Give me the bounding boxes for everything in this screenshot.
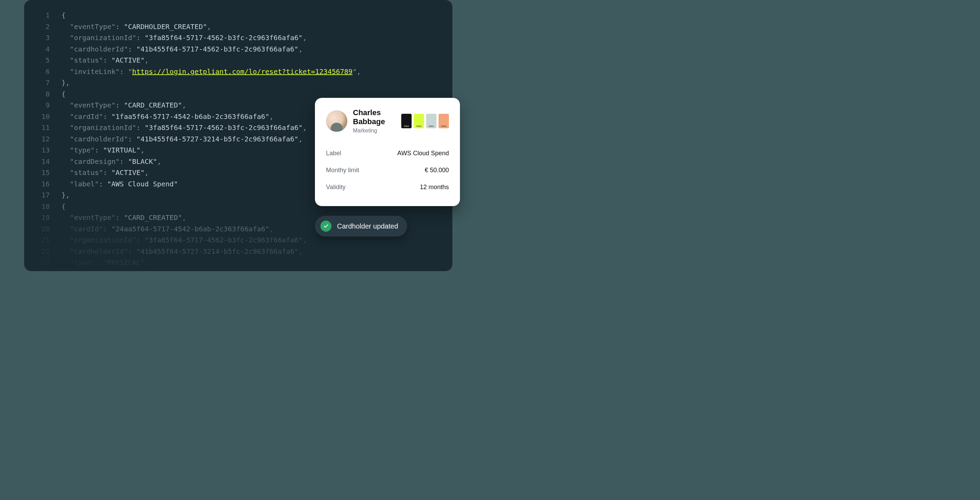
line-number: 7 bbox=[36, 77, 50, 88]
card-detail-row: Validity12 months bbox=[326, 179, 449, 196]
code-content: "eventType": "CARD_CREATED", bbox=[62, 212, 186, 224]
line-number: 22 bbox=[36, 246, 50, 257]
code-line: 2 "eventType": "CARDHOLDER_CREATED", bbox=[36, 21, 441, 32]
code-content: "label": "AWS Cloud Spend" bbox=[62, 179, 178, 190]
code-content: "cardId": "24aa5f64-5717-4542-b6ab-2c363… bbox=[62, 224, 274, 235]
code-line: 6 "inviteLink": "https://login.getpliant… bbox=[36, 66, 441, 77]
card-detail-label: Monthy limit bbox=[326, 167, 359, 174]
code-line: 22 "cardholderId": "41b455f64-5727-3214-… bbox=[36, 246, 441, 257]
line-number: 19 bbox=[36, 212, 50, 224]
code-line: 7}, bbox=[36, 77, 441, 88]
card-design-lime[interactable]: VISA bbox=[414, 114, 424, 128]
line-number: 9 bbox=[36, 100, 50, 111]
code-content: { bbox=[62, 10, 65, 21]
cardholder-role: Marketing bbox=[353, 128, 396, 134]
line-number: 12 bbox=[36, 133, 50, 145]
card-detail-value: AWS Cloud Spend bbox=[398, 150, 449, 157]
line-number: 3 bbox=[36, 32, 50, 43]
cardholder-header: Charles Babbage Marketing VISA VISA VISA… bbox=[326, 108, 449, 134]
toast-text: Cardholder updated bbox=[337, 222, 398, 230]
line-number: 5 bbox=[36, 54, 50, 66]
code-line: 23 "type": "PHYSICAL", bbox=[36, 257, 441, 268]
code-content: "organizationId": "3fa85f64-5717-4562-b3… bbox=[62, 32, 307, 43]
line-number: 17 bbox=[36, 190, 50, 201]
line-number: 20 bbox=[36, 224, 50, 235]
card-detail-value: € 50.000 bbox=[425, 167, 449, 174]
code-content: "organizationId": "3fa85f64-5717-4562-b3… bbox=[62, 235, 307, 246]
card-design-peach[interactable]: VISA bbox=[439, 114, 449, 128]
card-detail-value: 12 months bbox=[420, 184, 449, 191]
code-content: "status": "ACTIVE", bbox=[62, 167, 149, 179]
code-content: "cardholderId": "41b455f64-5727-3214-b5f… bbox=[62, 133, 302, 145]
code-content: "cardholderId": "41b455f64-5717-4562-b3f… bbox=[62, 43, 302, 55]
code-content: { bbox=[62, 88, 65, 100]
code-content: }, bbox=[62, 190, 70, 201]
avatar bbox=[326, 110, 347, 132]
code-content: "eventType": "CARDHOLDER_CREATED", bbox=[62, 21, 212, 32]
line-number: 11 bbox=[36, 122, 50, 133]
code-content: "cardId": "1faa5f64-5717-4542-b6ab-2c363… bbox=[62, 111, 274, 122]
line-number: 23 bbox=[36, 257, 50, 268]
line-number: 18 bbox=[36, 201, 50, 212]
invite-link[interactable]: https://login.getpliant.com/lo/reset?tic… bbox=[132, 67, 353, 76]
line-number: 8 bbox=[36, 88, 50, 100]
code-content: "status": "ACTIVE", bbox=[62, 54, 149, 66]
code-content: "organizationId": "3fa85f64-5717-4562-b3… bbox=[62, 122, 307, 133]
card-detail-label: Label bbox=[326, 150, 341, 157]
toast: Cardholder updated bbox=[315, 216, 407, 236]
code-line: 5 "status": "ACTIVE", bbox=[36, 54, 441, 66]
card-detail-row: Monthy limit€ 50.000 bbox=[326, 162, 449, 179]
cardholder-details: LabelAWS Cloud SpendMonthy limit€ 50.000… bbox=[326, 145, 449, 196]
check-circle-icon bbox=[320, 220, 331, 232]
line-number: 14 bbox=[36, 156, 50, 167]
code-content: "cardDesign": "BLACK", bbox=[62, 156, 161, 167]
cardholder-name: Charles Babbage bbox=[353, 108, 396, 126]
line-number: 15 bbox=[36, 167, 50, 179]
line-number: 6 bbox=[36, 66, 50, 77]
code-content: { bbox=[62, 201, 65, 212]
cardholder-popup: Charles Babbage Marketing VISA VISA VISA… bbox=[315, 98, 460, 206]
line-number: 4 bbox=[36, 43, 50, 55]
code-content: "inviteLink": "https://login.getpliant.c… bbox=[62, 66, 361, 77]
code-content: "eventType": "CARD_CREATED", bbox=[62, 100, 186, 111]
code-content: }, bbox=[62, 77, 70, 88]
line-number: 1 bbox=[36, 10, 50, 21]
code-content: "type": "PHYSICAL", bbox=[62, 257, 149, 268]
code-line: 1{ bbox=[36, 10, 441, 21]
card-design-sage[interactable]: VISA bbox=[426, 114, 436, 128]
card-design-swatches: VISA VISA VISA VISA bbox=[401, 114, 449, 128]
code-content: "cardholderId": "41b455f64-5727-3214-b5f… bbox=[62, 246, 302, 257]
cardholder-identity: Charles Babbage Marketing bbox=[353, 108, 396, 134]
card-detail-row: LabelAWS Cloud Spend bbox=[326, 145, 449, 162]
line-number: 10 bbox=[36, 111, 50, 122]
card-design-dark[interactable]: VISA bbox=[401, 114, 412, 128]
code-line: 3 "organizationId": "3fa85f64-5717-4562-… bbox=[36, 32, 441, 43]
line-number: 13 bbox=[36, 145, 50, 156]
line-number: 2 bbox=[36, 21, 50, 32]
line-number: 16 bbox=[36, 179, 50, 190]
line-number: 21 bbox=[36, 235, 50, 246]
code-content: "type": "VIRTUAL", bbox=[62, 145, 145, 156]
card-detail-label: Validity bbox=[326, 184, 346, 191]
code-line: 4 "cardholderId": "41b455f64-5717-4562-b… bbox=[36, 43, 441, 55]
